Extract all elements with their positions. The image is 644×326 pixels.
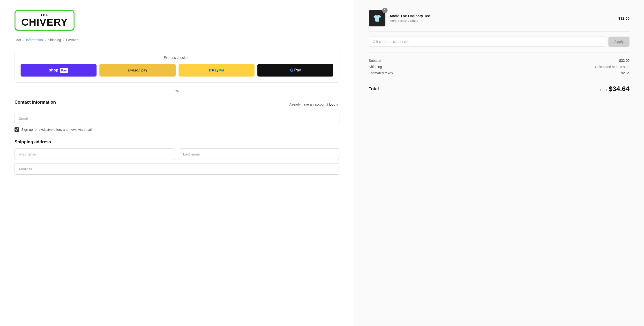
item-name: Avoid The Ordinary Tee xyxy=(390,14,614,18)
item-quantity-badge: 1 xyxy=(382,8,388,13)
contact-header: Contact information Already have an acco… xyxy=(14,100,340,109)
contact-section-title: Contact information xyxy=(14,100,56,105)
breadcrumb-sep-3: › xyxy=(63,38,64,42)
item-image-wrapper: 👕 1 xyxy=(369,10,386,27)
amazon-text: amazon xyxy=(128,68,140,72)
shop-pay-logo: shop Pay xyxy=(49,68,68,73)
right-panel: 👕 1 Avoid The Ordinary Tee Mens / Black … xyxy=(354,0,644,326)
first-name-input[interactable] xyxy=(14,148,175,160)
taxes-label: Estimated taxes xyxy=(369,71,393,75)
taxes-value: $2.64 xyxy=(621,71,630,75)
discount-row: Apply xyxy=(369,37,630,53)
google-pay-logo: G Pay xyxy=(290,68,301,73)
address-input-wrapper xyxy=(14,163,340,175)
order-item: 👕 1 Avoid The Ordinary Tee Mens / Black … xyxy=(369,10,630,32)
breadcrumb-sep-2: › xyxy=(45,38,46,42)
login-prompt: Already have an account? Log in xyxy=(289,102,340,106)
amazon-pay-logo: amazon pay xyxy=(128,68,147,72)
logo-box: THE CHIVERY xyxy=(14,10,74,31)
or-text: OR xyxy=(175,89,180,93)
paypal-logo: 𝐏 PayPal xyxy=(209,68,224,72)
or-divider: OR xyxy=(14,89,340,93)
google-pay-button[interactable]: G Pay xyxy=(258,64,333,77)
shipping-address-section: Shipping address xyxy=(14,140,340,175)
breadcrumb-sep-1: › xyxy=(23,38,24,42)
address-input[interactable] xyxy=(14,163,340,175)
express-checkout-buttons: shop Pay amazon pay 𝐏 PayPal xyxy=(20,64,333,77)
express-checkout-section: Express checkout shop Pay amazon pay 𝐏 xyxy=(14,50,340,83)
subtotal-row: Subtotal $32.00 xyxy=(369,59,630,63)
breadcrumb-cart[interactable]: Cart xyxy=(14,38,21,42)
logo-container: THE CHIVERY xyxy=(14,10,340,31)
total-row: Total USD $34.64 xyxy=(369,85,630,93)
newsletter-checkbox-row: Sign up for exclusive offers and news vi… xyxy=(14,127,340,132)
shop-pay-shop-text: shop xyxy=(49,68,58,72)
paypal-button[interactable]: 𝐏 PayPal xyxy=(178,64,254,77)
total-currency: USD xyxy=(600,88,607,92)
name-row xyxy=(14,148,340,160)
subtotal-value: $32.00 xyxy=(619,59,630,63)
paypal-text-blue: Pay xyxy=(212,68,219,72)
last-name-input[interactable] xyxy=(179,148,340,160)
shipping-value: Calculated at next step xyxy=(595,65,630,69)
breadcrumb-shipping[interactable]: Shipping xyxy=(48,38,61,42)
discount-code-input[interactable] xyxy=(369,37,606,47)
breadcrumb-payment[interactable]: Payment xyxy=(66,38,79,42)
google-pay-text: Pay xyxy=(294,68,301,72)
already-have-account-text: Already have an account? xyxy=(289,102,328,106)
amazon-pay-text: pay xyxy=(141,68,147,72)
paypal-p-icon: 𝐏 xyxy=(209,68,211,72)
subtotal-label: Subtotal xyxy=(369,59,381,63)
apply-discount-button[interactable]: Apply xyxy=(608,37,630,47)
shipping-section-title: Shipping address xyxy=(14,140,340,145)
shop-pay-badge: Pay xyxy=(60,68,68,73)
shipping-row: Shipping Calculated at next step xyxy=(369,65,630,69)
contact-section: Contact information Already have an acco… xyxy=(14,100,340,132)
total-label: Total xyxy=(369,87,379,92)
google-g-icon: G xyxy=(290,68,293,73)
left-panel: THE CHIVERY Cart › Information › Shippin… xyxy=(0,0,354,326)
tshirt-icon: 👕 xyxy=(373,14,382,22)
shop-pay-button[interactable]: shop Pay xyxy=(20,64,96,77)
login-link[interactable]: Log in xyxy=(329,102,340,106)
logo-the: THE xyxy=(21,13,68,17)
shipping-label: Shipping xyxy=(369,65,382,69)
newsletter-label[interactable]: Sign up for exclusive offers and news vi… xyxy=(21,128,93,132)
newsletter-checkbox[interactable] xyxy=(14,127,19,132)
item-price: $32.00 xyxy=(618,16,630,20)
logo-brand: CHIVERY xyxy=(21,17,68,27)
amazon-pay-button[interactable]: amazon pay xyxy=(100,64,176,77)
item-details: Avoid The Ordinary Tee Mens / Black / Sm… xyxy=(390,14,614,23)
total-amount: $34.64 xyxy=(609,85,630,93)
taxes-row: Estimated taxes $2.64 xyxy=(369,71,630,75)
breadcrumb-information[interactable]: Information xyxy=(26,38,43,42)
paypal-text-light: Pal xyxy=(218,68,224,72)
item-variant: Mens / Black / Small xyxy=(390,19,614,23)
express-checkout-title: Express checkout xyxy=(20,56,333,60)
email-input[interactable] xyxy=(14,113,340,124)
pricing-table: Subtotal $32.00 Shipping Calculated at n… xyxy=(369,59,630,80)
total-value-group: USD $34.64 xyxy=(600,85,630,93)
breadcrumb: Cart › Information › Shipping › Payment xyxy=(14,38,340,42)
